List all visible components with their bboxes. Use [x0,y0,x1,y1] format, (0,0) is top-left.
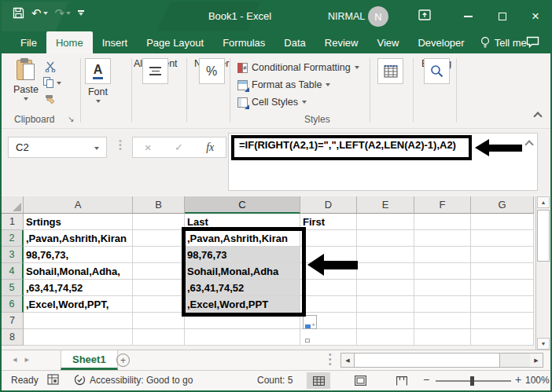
conditional-formatting-button[interactable]: ≠ Conditional Formatting [237,59,359,76]
cell-G8[interactable] [471,329,534,346]
row-header-8[interactable]: 8 [2,329,24,346]
cell-F6[interactable] [414,296,471,313]
row-header-7[interactable]: 7 [2,313,24,329]
minimize-button[interactable] [454,2,481,31]
cell-B6[interactable] [133,296,185,313]
accessibility-status[interactable]: Accessibility: Good to go [90,375,193,386]
cell-F2[interactable] [414,230,471,247]
maximize-button[interactable] [489,2,516,31]
row-header-3[interactable]: 3 [2,247,24,263]
row-header-6[interactable]: 6 [2,296,24,313]
tab-data[interactable]: Data [274,31,315,53]
zoom-in-icon[interactable]: + [515,373,521,386]
cell-G5[interactable] [471,280,534,296]
cell-G1[interactable] [471,214,534,230]
column-header-E[interactable]: E [357,196,414,214]
cell-E8[interactable] [357,329,414,346]
cell-A8[interactable] [24,329,133,346]
customize-qat-icon[interactable] [78,10,84,16]
paste-button[interactable]: Paste [13,58,39,101]
row-header-4[interactable]: 4 [2,263,24,280]
cell-B4[interactable] [133,263,185,280]
column-header-G[interactable]: G [471,196,534,214]
copy-icon[interactable] [43,77,61,89]
cells-group-button[interactable]: Cells [380,58,402,75]
select-all-button[interactable] [2,196,24,214]
save-icon[interactable] [13,7,24,19]
cell-C8[interactable] [185,329,300,346]
cell-E1[interactable] [357,214,414,230]
tab-view[interactable]: View [367,31,408,53]
horizontal-scrollbar[interactable]: ◀ ▶ [340,353,543,368]
avatar[interactable]: N [368,6,388,27]
font-group-button[interactable]: A Font [85,58,111,103]
cell-F4[interactable] [414,263,471,280]
sheet-tab-sheet1[interactable]: Sheet1 [61,350,118,370]
column-header-A[interactable]: A [24,196,133,214]
sheet-nav-arrows[interactable]: ◂▸ [13,354,37,365]
cell-B5[interactable] [133,280,185,296]
comment-icon[interactable] [526,36,539,48]
cell-D1[interactable]: First [300,214,357,230]
cut-icon[interactable] [45,61,57,72]
number-group-button[interactable]: % Number [194,58,229,75]
column-header-F[interactable]: F [414,196,471,214]
page-break-view-icon[interactable] [390,372,414,389]
row-header-2[interactable]: 2 [2,230,24,247]
tab-page-layout[interactable]: Page Layout [137,31,213,53]
auto-fill-options-button[interactable]: + [303,315,317,329]
name-box[interactable]: C2 [8,137,107,158]
clipboard-dialog-launcher-icon[interactable]: ↘ [68,115,74,123]
cell-styles-button[interactable]: Cell Styles [237,93,359,111]
tab-review[interactable]: Review [315,31,368,53]
cell-E5[interactable] [357,280,414,296]
scroll-left-icon[interactable]: ◀ [341,354,354,367]
tab-developer[interactable]: Developer [408,31,473,53]
new-sheet-button[interactable]: + [116,354,130,367]
tab-file[interactable]: File [11,31,46,53]
cell-D6[interactable] [300,296,357,313]
insert-function-icon[interactable]: fx [206,141,214,154]
tell-me[interactable]: Tell me [480,31,527,53]
cell-E4[interactable] [357,263,414,280]
normal-view-icon[interactable] [307,372,330,389]
formula-bar-splitter[interactable]: ••• [119,139,122,151]
cell-G4[interactable] [471,263,534,280]
cell-F7[interactable] [414,313,471,329]
cell-D5[interactable] [300,280,357,296]
cell-B8[interactable] [133,329,185,346]
vertical-scrollbar-thumb[interactable] [537,210,550,262]
zoom-out-icon[interactable]: − [423,373,429,386]
undo-icon[interactable]: ↶ [31,7,42,19]
format-as-table-button[interactable]: Format as Table [237,76,359,93]
collapse-formula-bar-icon[interactable] [526,141,532,148]
column-header-D[interactable]: D [300,196,357,214]
cell-A5[interactable]: ,63,41,74,52 [24,280,133,296]
alignment-group-button[interactable]: Alignment [134,58,178,75]
cell-A1[interactable]: Srtings [24,214,133,230]
close-button[interactable]: × [522,2,549,31]
row-header-1[interactable]: 1 [2,214,24,230]
page-layout-view-icon[interactable] [348,372,372,389]
cell-B1[interactable] [133,214,185,230]
cell-B3[interactable] [133,247,185,263]
row-header-5[interactable]: 5 [2,280,24,296]
cell-E3[interactable] [357,247,414,263]
cell-G2[interactable] [471,230,534,247]
cell-A3[interactable]: 98,76,73, [24,247,133,263]
collapse-ribbon-icon[interactable] [535,113,541,119]
tabbar-splitter[interactable]: ••• [329,353,332,367]
column-header-B[interactable]: B [133,196,185,214]
column-header-C[interactable]: C [185,196,300,214]
cell-E6[interactable] [357,296,414,313]
accessibility-icon[interactable] [74,374,86,386]
editing-group-button[interactable]: Editing [421,58,451,75]
cell-D2[interactable] [300,230,357,247]
ribbon-display-options-icon[interactable] [418,9,431,20]
cell-E7[interactable] [357,313,414,329]
scroll-right-icon[interactable]: ▶ [530,354,543,367]
cell-A7[interactable] [24,313,133,329]
user-name[interactable]: NIRMAL [328,11,365,22]
tab-home[interactable]: Home [46,31,93,53]
cell-F3[interactable] [414,247,471,263]
